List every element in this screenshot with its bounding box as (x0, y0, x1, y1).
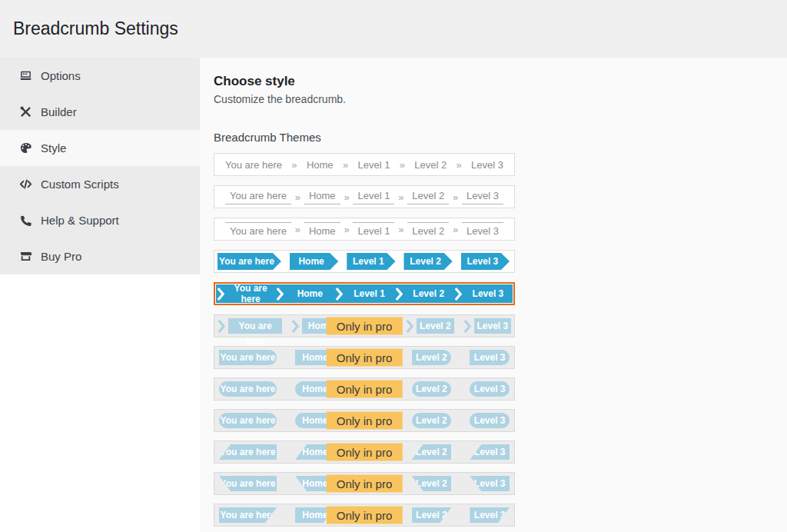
page-title: Breadcrumb Settings (13, 18, 178, 39)
page-header: Breadcrumb Settings (0, 0, 787, 58)
theme-option-overline[interactable]: You are here » Home » Level 1 » Level 2 … (214, 218, 515, 241)
crumb: You are here (228, 318, 282, 334)
crumb: You are here (225, 222, 291, 237)
separator: » (295, 191, 301, 203)
crumb: Level 1 (353, 190, 394, 204)
crumb: Level 2 (412, 350, 452, 365)
crumb: You are here (225, 190, 291, 204)
separator: » (291, 159, 297, 171)
crumb: Level 3 (471, 159, 503, 171)
crumb: Level 2 (412, 476, 452, 491)
crumb: Level 1 (353, 222, 394, 237)
crumb: Level 2 (404, 288, 453, 299)
crumb: You are here (219, 444, 277, 460)
tools-icon (19, 105, 32, 118)
crumb: Level 3 (462, 190, 503, 204)
crumb: You are here (219, 413, 277, 428)
sidebar-item-label: Buy Pro (41, 250, 81, 263)
sidebar-item-label: Custom Scripts (41, 178, 119, 191)
crumb: Home (307, 159, 334, 171)
separator: » (400, 159, 405, 171)
pro-badge: Only in pro (327, 381, 403, 398)
content-panel: Choose style Customize the breadcrumb. B… (200, 58, 787, 532)
pro-badge: Only in pro (327, 507, 403, 524)
separator: » (398, 224, 403, 235)
crumb: Level 2 (412, 413, 452, 428)
chevron-bar: You are here Home Level 1 Level 2 Level … (216, 284, 513, 303)
crumb-arrow: Level 2 (403, 253, 452, 270)
crumb: Level 3 (470, 413, 510, 428)
separator: » (344, 224, 349, 235)
sidebar-item-label: Builder (41, 105, 77, 118)
theme-option-underline[interactable]: You are here » Home » Level 1 » Level 2 … (214, 185, 515, 208)
crumb: Level 2 (407, 222, 449, 237)
crumb: Level 2 (414, 159, 447, 171)
theme-option-pro-rounded-right[interactable]: You are here Home Level 1 Level 2 Level … (214, 346, 515, 369)
store-icon (19, 250, 32, 263)
sidebar-item-buy-pro[interactable]: Buy Pro (0, 238, 200, 274)
theme-option-pro-slant-top-left[interactable]: You are here Home Level 1 Level 2 Level … (214, 441, 515, 464)
crumb: Level 1 (344, 288, 394, 299)
theme-option-solid-arrows[interactable]: You are here Home Level 1 Level 2 Level … (214, 250, 515, 273)
crumb: You are here (226, 283, 275, 304)
theme-option-pro-slant-right[interactable]: You are here Home Level 1 Level 2 Level … (214, 504, 515, 527)
crumb: Level 3 (470, 381, 510, 397)
palette-icon (19, 141, 32, 155)
crumb-arrow: Level 1 (347, 253, 395, 270)
chevron-icon (335, 288, 344, 301)
crumb: Level 3 (463, 288, 513, 299)
chevron-icon (217, 288, 225, 301)
sidebar-item-custom-scripts[interactable]: Custom Scripts (0, 166, 200, 202)
theme-option-chevron-bar-selected[interactable]: You are here Home Level 1 Level 2 Level … (214, 282, 515, 305)
crumb: You are here (219, 350, 277, 365)
crumb: Level 2 (412, 444, 452, 460)
sidebar-item-style[interactable]: Style (0, 130, 200, 166)
crumb: Level 3 (470, 507, 510, 523)
crumb: Level 2 (417, 318, 453, 334)
chevron-icon (463, 320, 472, 333)
crumb: Home (304, 190, 340, 204)
section-heading: Choose style (214, 74, 787, 89)
crumb: Level 2 (412, 381, 452, 397)
chevron-icon (218, 320, 226, 333)
crumb: You are here (219, 381, 277, 397)
separator: » (453, 191, 458, 203)
crumb: Level 3 (470, 444, 510, 460)
crumb: Level 3 (474, 318, 511, 334)
theme-option-plain[interactable]: You are here » Home » Level 1 » Level 2 … (214, 153, 515, 176)
sidebar-item-help-support[interactable]: Help & Support (0, 202, 200, 238)
sidebar-item-label: Style (41, 141, 66, 155)
crumb: Level 3 (470, 350, 510, 365)
chevron-icon (291, 320, 300, 333)
sidebar-item-builder[interactable]: Builder (0, 94, 200, 130)
pro-badge: Only in pro (327, 444, 403, 461)
chevron-icon (395, 288, 403, 301)
code-icon (19, 178, 32, 191)
crumb: Level 1 (357, 159, 390, 171)
crumb: Home (304, 222, 340, 237)
laptop-icon (19, 69, 32, 82)
sidebar-item-label: Options (41, 69, 81, 82)
crumb: You are here (219, 476, 277, 491)
pro-badge: Only in pro (327, 475, 403, 493)
sidebar-item-options[interactable]: Options (0, 58, 200, 94)
crumb: Level 3 (462, 222, 503, 237)
crumb-arrow: You are here (218, 253, 281, 270)
section-subheading: Customize the breadcrumb. (214, 93, 787, 105)
separator: » (457, 159, 462, 171)
separator: » (344, 191, 349, 203)
theme-option-pro-pill[interactable]: You are here Home Level 1 Level 2 Level … (214, 409, 515, 432)
chevron-icon (406, 320, 414, 333)
sidebar-item-label: Help & Support (41, 214, 119, 227)
theme-option-pro-rounded[interactable]: You are here Home Level 1 Level 2 Level … (214, 377, 515, 401)
crumb: Home (285, 288, 334, 299)
separator: » (295, 224, 301, 235)
theme-option-pro-chevron-segments[interactable]: You are here Home Level 1 Level 2 Level … (214, 314, 515, 337)
sidebar: Options Builder Style Custom Scripts (0, 58, 200, 532)
pro-badge: Only in pro (327, 349, 403, 367)
chevron-icon (454, 288, 463, 301)
theme-option-pro-slant-bottom-left[interactable]: You are here Home Level 1 Level 2 Level … (214, 472, 515, 495)
crumb: Level 2 (407, 190, 449, 204)
pro-badge: Only in pro (327, 318, 403, 335)
crumb-arrow: Home (290, 253, 338, 270)
